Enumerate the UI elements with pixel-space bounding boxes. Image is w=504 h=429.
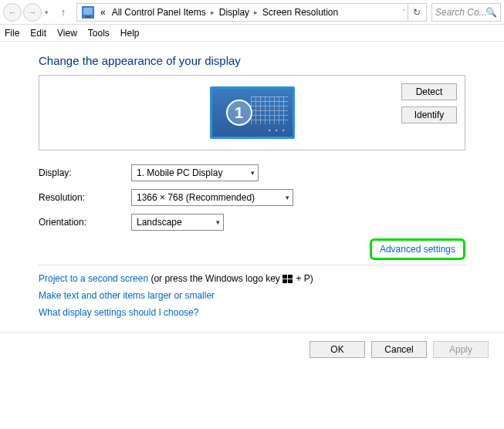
history-dropdown-icon[interactable]: ▾ <box>43 8 50 16</box>
content-area: Change the appearance of your display 1 … <box>0 42 504 332</box>
monitor-dots-icon: • • • <box>269 127 286 133</box>
refresh-icon: ↻ <box>413 7 421 18</box>
display-dropdown[interactable]: 1. Mobile PC Display <box>131 164 259 181</box>
menubar: File Edit View Tools Help <box>0 25 504 42</box>
address-bar[interactable]: « All Control Panel Items ▸ Display ▸ Sc… <box>76 3 427 22</box>
orientation-value: Landscape <box>137 217 182 228</box>
menu-help[interactable]: Help <box>120 28 140 39</box>
menu-tools[interactable]: Tools <box>88 28 110 39</box>
breadcrumb-prefix: « <box>97 7 109 18</box>
ok-button[interactable]: OK <box>310 341 365 358</box>
identify-button[interactable]: Identify <box>401 106 457 123</box>
up-button[interactable]: ↑ <box>55 4 72 21</box>
address-dropdown-icon[interactable]: ˅ <box>401 8 408 16</box>
project-second-screen-link[interactable]: Project to a second screen <box>39 273 148 284</box>
project-text: (or press the Windows logo key <box>148 273 282 284</box>
chevron-right-icon[interactable]: ▸ <box>209 8 216 16</box>
menu-view[interactable]: View <box>57 28 77 39</box>
project-text-end: + P) <box>293 273 313 284</box>
display-value: 1. Mobile PC Display <box>137 167 222 178</box>
apply-button: Apply <box>433 341 489 358</box>
svg-rect-4 <box>288 275 293 279</box>
display-label: Display: <box>39 167 131 178</box>
arrow-left-icon: ← <box>8 8 17 17</box>
page-title: Change the appearance of your display <box>39 54 465 67</box>
svg-rect-2 <box>86 16 90 18</box>
footer-buttons: OK Cancel Apply <box>0 332 504 366</box>
refresh-button[interactable]: ↻ <box>408 4 425 21</box>
orientation-dropdown[interactable]: Landscape <box>131 214 224 231</box>
cancel-button[interactable]: Cancel <box>371 341 427 358</box>
text-size-link[interactable]: Make text and other items larger or smal… <box>39 290 215 301</box>
titlebar: ← → ▾ ↑ « All Control Panel Items ▸ Disp… <box>0 0 504 25</box>
monitor-preview[interactable]: 1 • • • <box>210 86 295 139</box>
breadcrumb-item[interactable]: Display <box>216 7 252 18</box>
svg-rect-1 <box>83 8 93 15</box>
which-settings-link[interactable]: What display settings should I choose? <box>39 307 198 318</box>
svg-rect-5 <box>282 279 287 283</box>
svg-rect-3 <box>282 275 287 279</box>
resolution-dropdown[interactable]: 1366 × 768 (Recommended) <box>131 189 293 206</box>
search-placeholder: Search Co... <box>435 7 485 18</box>
breadcrumb-item[interactable]: Screen Resolution <box>259 7 341 18</box>
arrow-up-icon: ↑ <box>61 6 66 18</box>
menu-edit[interactable]: Edit <box>30 28 46 39</box>
search-icon: 🔍 <box>485 7 497 18</box>
resolution-label: Resolution: <box>39 192 131 203</box>
display-preview-box: 1 • • • Detect Identify <box>39 75 465 150</box>
monitor-number: 1 <box>226 100 252 126</box>
breadcrumb-item[interactable]: All Control Panel Items <box>109 7 209 18</box>
arrow-right-icon: → <box>29 8 37 17</box>
advanced-settings-link[interactable]: Advanced settings <box>370 238 465 260</box>
svg-rect-6 <box>288 279 293 283</box>
chevron-right-icon[interactable]: ▸ <box>252 8 259 16</box>
menu-file[interactable]: File <box>5 28 19 39</box>
search-input[interactable]: Search Co... 🔍 <box>431 3 501 22</box>
monitor-grid-icon <box>251 96 288 124</box>
control-panel-icon <box>82 6 94 19</box>
back-button[interactable]: ← <box>3 3 22 22</box>
orientation-label: Orientation: <box>39 217 131 228</box>
detect-button[interactable]: Detect <box>401 83 457 100</box>
windows-key-icon <box>282 275 293 284</box>
forward-button[interactable]: → <box>23 3 42 22</box>
resolution-value: 1366 × 768 (Recommended) <box>137 192 255 203</box>
